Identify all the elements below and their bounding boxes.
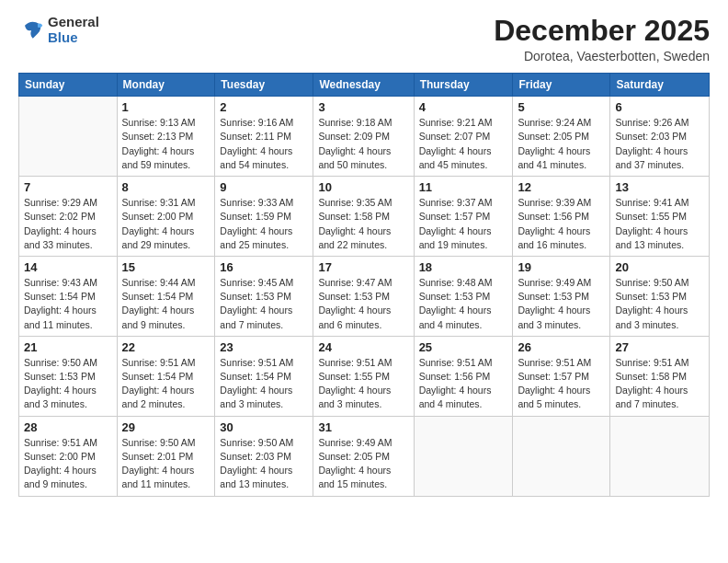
- day-number: 1: [122, 100, 210, 114]
- col-saturday: Saturday: [610, 74, 710, 97]
- day-info: Sunrise: 9:50 AMSunset: 1:53 PMDaylight:…: [24, 356, 112, 412]
- day-cell: 30Sunrise: 9:50 AMSunset: 2:03 PMDayligh…: [215, 416, 313, 496]
- day-cell: 3Sunrise: 9:18 AMSunset: 2:09 PMDaylight…: [313, 97, 414, 177]
- logo: General Blue: [18, 15, 99, 45]
- day-number: 8: [122, 180, 210, 194]
- day-cell: 21Sunrise: 9:50 AMSunset: 1:53 PMDayligh…: [19, 336, 118, 416]
- day-info: Sunrise: 9:47 AMSunset: 1:53 PMDaylight:…: [318, 276, 408, 332]
- page: General Blue December 2025 Dorotea, Vaes…: [0, 0, 728, 563]
- week-row-2: 7Sunrise: 9:29 AMSunset: 2:02 PMDaylight…: [19, 177, 710, 257]
- day-info: Sunrise: 9:21 AMSunset: 2:07 PMDaylight:…: [419, 116, 508, 172]
- day-info: Sunrise: 9:35 AMSunset: 1:58 PMDaylight:…: [318, 196, 408, 252]
- day-number: 12: [518, 180, 605, 194]
- day-cell: 17Sunrise: 9:47 AMSunset: 1:53 PMDayligh…: [313, 256, 414, 336]
- day-info: Sunrise: 9:51 AMSunset: 1:54 PMDaylight:…: [122, 356, 210, 412]
- day-info: Sunrise: 9:16 AMSunset: 2:11 PMDaylight:…: [220, 116, 308, 172]
- day-number: 18: [419, 260, 508, 274]
- day-cell: 16Sunrise: 9:45 AMSunset: 1:53 PMDayligh…: [215, 256, 313, 336]
- day-number: 26: [518, 340, 605, 354]
- day-cell: 31Sunrise: 9:49 AMSunset: 2:05 PMDayligh…: [313, 416, 414, 496]
- week-row-1: 1Sunrise: 9:13 AMSunset: 2:13 PMDaylight…: [19, 97, 710, 177]
- day-cell: 14Sunrise: 9:43 AMSunset: 1:54 PMDayligh…: [19, 256, 118, 336]
- day-cell: 18Sunrise: 9:48 AMSunset: 1:53 PMDayligh…: [414, 256, 513, 336]
- day-info: Sunrise: 9:51 AMSunset: 1:54 PMDaylight:…: [220, 356, 308, 412]
- day-info: Sunrise: 9:51 AMSunset: 1:56 PMDaylight:…: [419, 356, 508, 412]
- day-number: 19: [518, 260, 605, 274]
- day-info: Sunrise: 9:29 AMSunset: 2:02 PMDaylight:…: [24, 196, 112, 252]
- calendar-table: Sunday Monday Tuesday Wednesday Thursday…: [18, 73, 710, 496]
- day-cell: 23Sunrise: 9:51 AMSunset: 1:54 PMDayligh…: [215, 336, 313, 416]
- day-cell: 11Sunrise: 9:37 AMSunset: 1:57 PMDayligh…: [414, 177, 513, 257]
- col-monday: Monday: [117, 74, 215, 97]
- day-cell: 7Sunrise: 9:29 AMSunset: 2:02 PMDaylight…: [19, 177, 118, 257]
- day-cell: 13Sunrise: 9:41 AMSunset: 1:55 PMDayligh…: [610, 177, 710, 257]
- day-cell: 26Sunrise: 9:51 AMSunset: 1:57 PMDayligh…: [513, 336, 610, 416]
- week-row-3: 14Sunrise: 9:43 AMSunset: 1:54 PMDayligh…: [19, 256, 710, 336]
- col-tuesday: Tuesday: [215, 74, 313, 97]
- day-number: 31: [318, 420, 408, 434]
- day-info: Sunrise: 9:31 AMSunset: 2:00 PMDaylight:…: [122, 196, 210, 252]
- header-row: Sunday Monday Tuesday Wednesday Thursday…: [19, 74, 710, 97]
- day-info: Sunrise: 9:39 AMSunset: 1:56 PMDaylight:…: [518, 196, 605, 252]
- day-cell: 2Sunrise: 9:16 AMSunset: 2:11 PMDaylight…: [215, 97, 313, 177]
- day-cell: 1Sunrise: 9:13 AMSunset: 2:13 PMDaylight…: [117, 97, 215, 177]
- day-number: 2: [220, 100, 308, 114]
- day-info: Sunrise: 9:41 AMSunset: 1:55 PMDaylight:…: [615, 196, 704, 252]
- logo-general: General: [48, 15, 99, 30]
- day-cell: 5Sunrise: 9:24 AMSunset: 2:05 PMDaylight…: [513, 97, 610, 177]
- day-cell: 19Sunrise: 9:49 AMSunset: 1:53 PMDayligh…: [513, 256, 610, 336]
- day-number: 10: [318, 180, 408, 194]
- day-number: 30: [220, 420, 308, 434]
- title-block: December 2025 Dorotea, Vaesterbotten, Sw…: [494, 15, 710, 63]
- day-cell: [414, 416, 513, 496]
- day-info: Sunrise: 9:33 AMSunset: 1:59 PMDaylight:…: [220, 196, 308, 252]
- day-cell: 8Sunrise: 9:31 AMSunset: 2:00 PMDaylight…: [117, 177, 215, 257]
- col-friday: Friday: [513, 74, 610, 97]
- day-info: Sunrise: 9:49 AMSunset: 2:05 PMDaylight:…: [318, 436, 408, 492]
- day-cell: 20Sunrise: 9:50 AMSunset: 1:53 PMDayligh…: [610, 256, 710, 336]
- day-info: Sunrise: 9:49 AMSunset: 1:53 PMDaylight:…: [518, 276, 605, 332]
- day-number: 23: [220, 340, 308, 354]
- day-cell: 24Sunrise: 9:51 AMSunset: 1:55 PMDayligh…: [313, 336, 414, 416]
- day-number: 21: [24, 340, 112, 354]
- day-number: 3: [318, 100, 408, 114]
- day-number: 6: [615, 100, 704, 114]
- day-number: 9: [220, 180, 308, 194]
- day-cell: 4Sunrise: 9:21 AMSunset: 2:07 PMDaylight…: [414, 97, 513, 177]
- day-info: Sunrise: 9:18 AMSunset: 2:09 PMDaylight:…: [318, 116, 408, 172]
- day-number: 24: [318, 340, 408, 354]
- day-number: 16: [220, 260, 308, 274]
- col-sunday: Sunday: [19, 74, 118, 97]
- day-cell: 22Sunrise: 9:51 AMSunset: 1:54 PMDayligh…: [117, 336, 215, 416]
- day-info: Sunrise: 9:50 AMSunset: 2:01 PMDaylight:…: [122, 436, 210, 492]
- col-wednesday: Wednesday: [313, 74, 414, 97]
- day-info: Sunrise: 9:50 AMSunset: 2:03 PMDaylight:…: [220, 436, 308, 492]
- day-info: Sunrise: 9:24 AMSunset: 2:05 PMDaylight:…: [518, 116, 605, 172]
- day-info: Sunrise: 9:13 AMSunset: 2:13 PMDaylight:…: [122, 116, 210, 172]
- day-cell: [513, 416, 610, 496]
- day-info: Sunrise: 9:45 AMSunset: 1:53 PMDaylight:…: [220, 276, 308, 332]
- day-cell: [610, 416, 710, 496]
- day-number: 11: [419, 180, 508, 194]
- day-cell: 12Sunrise: 9:39 AMSunset: 1:56 PMDayligh…: [513, 177, 610, 257]
- day-info: Sunrise: 9:51 AMSunset: 1:58 PMDaylight:…: [615, 356, 704, 412]
- day-cell: 25Sunrise: 9:51 AMSunset: 1:56 PMDayligh…: [414, 336, 513, 416]
- day-info: Sunrise: 9:50 AMSunset: 1:53 PMDaylight:…: [615, 276, 704, 332]
- day-info: Sunrise: 9:51 AMSunset: 1:57 PMDaylight:…: [518, 356, 605, 412]
- day-number: 28: [24, 420, 112, 434]
- day-cell: [19, 97, 118, 177]
- day-number: 27: [615, 340, 704, 354]
- day-cell: 27Sunrise: 9:51 AMSunset: 1:58 PMDayligh…: [610, 336, 710, 416]
- day-cell: 28Sunrise: 9:51 AMSunset: 2:00 PMDayligh…: [19, 416, 118, 496]
- day-number: 25: [419, 340, 508, 354]
- day-info: Sunrise: 9:51 AMSunset: 1:55 PMDaylight:…: [318, 356, 408, 412]
- day-cell: 6Sunrise: 9:26 AMSunset: 2:03 PMDaylight…: [610, 97, 710, 177]
- day-number: 17: [318, 260, 408, 274]
- day-number: 14: [24, 260, 112, 274]
- logo-icon: [18, 17, 44, 43]
- day-number: 29: [122, 420, 210, 434]
- day-info: Sunrise: 9:26 AMSunset: 2:03 PMDaylight:…: [615, 116, 704, 172]
- calendar-header: Sunday Monday Tuesday Wednesday Thursday…: [19, 74, 710, 97]
- day-cell: 9Sunrise: 9:33 AMSunset: 1:59 PMDaylight…: [215, 177, 313, 257]
- day-number: 13: [615, 180, 704, 194]
